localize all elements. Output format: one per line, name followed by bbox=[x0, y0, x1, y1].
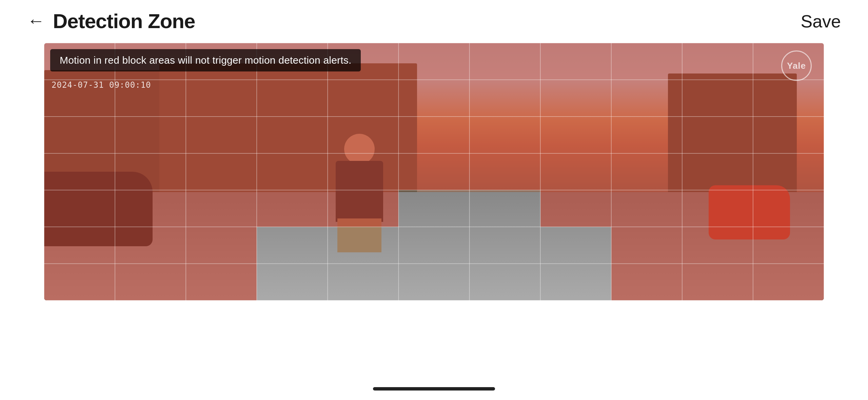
grid-cell-6-2[interactable] bbox=[470, 117, 540, 153]
grid-cell-4-3[interactable] bbox=[328, 153, 398, 190]
grid-cell-0-4[interactable] bbox=[44, 190, 115, 227]
grid-cell-7-0[interactable] bbox=[540, 43, 611, 80]
camera-view[interactable]: Motion in red block areas will not trigg… bbox=[44, 43, 824, 300]
grid-cell-6-4[interactable] bbox=[470, 190, 540, 227]
grid-cell-3-6[interactable] bbox=[257, 264, 328, 300]
save-button[interactable]: Save bbox=[801, 11, 841, 31]
grid-cell-6-1[interactable] bbox=[470, 80, 540, 117]
back-button[interactable]: ← bbox=[27, 12, 45, 29]
detection-grid-overlay[interactable] bbox=[44, 43, 824, 300]
grid-cell-7-3[interactable] bbox=[540, 153, 611, 190]
grid-cell-2-6[interactable] bbox=[186, 264, 257, 300]
grid-cell-7-4[interactable] bbox=[540, 190, 611, 227]
grid-cell-5-0[interactable] bbox=[398, 43, 469, 80]
grid-cell-9-2[interactable] bbox=[682, 117, 753, 153]
grid-cell-5-4[interactable] bbox=[398, 190, 469, 227]
grid-cell-9-0[interactable] bbox=[682, 43, 753, 80]
grid-cell-8-3[interactable] bbox=[611, 153, 682, 190]
grid-cell-1-3[interactable] bbox=[115, 153, 186, 190]
grid-cell-0-5[interactable] bbox=[44, 227, 115, 264]
grid-cell-7-6[interactable] bbox=[540, 264, 611, 300]
grid-cell-3-5[interactable] bbox=[257, 227, 328, 264]
grid-cell-9-4[interactable] bbox=[682, 190, 753, 227]
home-indicator bbox=[373, 387, 495, 391]
grid-cell-4-2[interactable] bbox=[328, 117, 398, 153]
grid-cell-6-0[interactable] bbox=[470, 43, 540, 80]
grid-cell-2-2[interactable] bbox=[186, 117, 257, 153]
grid-cell-2-4[interactable] bbox=[186, 190, 257, 227]
grid-cell-5-2[interactable] bbox=[398, 117, 469, 153]
grid-cell-9-5[interactable] bbox=[682, 227, 753, 264]
grid-cell-4-6[interactable] bbox=[328, 264, 398, 300]
grid-cell-7-1[interactable] bbox=[540, 80, 611, 117]
timestamp: 2024-07-31 09:00:10 bbox=[52, 80, 151, 90]
grid-cell-4-5[interactable] bbox=[328, 227, 398, 264]
grid-cell-6-5[interactable] bbox=[470, 227, 540, 264]
grid-cell-8-5[interactable] bbox=[611, 227, 682, 264]
grid-cell-5-5[interactable] bbox=[398, 227, 469, 264]
grid-cell-10-5[interactable] bbox=[753, 227, 824, 264]
grid-cell-1-5[interactable] bbox=[115, 227, 186, 264]
grid-cell-4-4[interactable] bbox=[328, 190, 398, 227]
grid-cell-2-1[interactable] bbox=[186, 80, 257, 117]
grid-cell-0-3[interactable] bbox=[44, 153, 115, 190]
grid-cell-3-4[interactable] bbox=[257, 190, 328, 227]
grid-cell-8-2[interactable] bbox=[611, 117, 682, 153]
grid-cell-10-3[interactable] bbox=[753, 153, 824, 190]
grid-cell-8-4[interactable] bbox=[611, 190, 682, 227]
grid-cell-1-2[interactable] bbox=[115, 117, 186, 153]
grid-cell-0-2[interactable] bbox=[44, 117, 115, 153]
grid-cell-10-6[interactable] bbox=[753, 264, 824, 300]
grid-cell-9-3[interactable] bbox=[682, 153, 753, 190]
page-title: Detection Zone bbox=[53, 9, 195, 33]
grid-cell-5-1[interactable] bbox=[398, 80, 469, 117]
grid-cell-4-1[interactable] bbox=[328, 80, 398, 117]
grid-cell-5-3[interactable] bbox=[398, 153, 469, 190]
grid-cell-1-6[interactable] bbox=[115, 264, 186, 300]
info-banner: Motion in red block areas will not trigg… bbox=[50, 49, 361, 71]
grid-cell-10-2[interactable] bbox=[753, 117, 824, 153]
grid-cell-9-1[interactable] bbox=[682, 80, 753, 117]
grid-cell-0-6[interactable] bbox=[44, 264, 115, 300]
grid-cell-3-3[interactable] bbox=[257, 153, 328, 190]
grid-cell-1-4[interactable] bbox=[115, 190, 186, 227]
grid-cell-3-2[interactable] bbox=[257, 117, 328, 153]
grid-cell-3-1[interactable] bbox=[257, 80, 328, 117]
grid-cell-10-1[interactable] bbox=[753, 80, 824, 117]
grid-cell-5-6[interactable] bbox=[398, 264, 469, 300]
yale-logo: Yale bbox=[781, 50, 812, 81]
grid-cell-9-6[interactable] bbox=[682, 264, 753, 300]
grid-cell-8-1[interactable] bbox=[611, 80, 682, 117]
grid-cell-10-4[interactable] bbox=[753, 190, 824, 227]
grid-cell-6-6[interactable] bbox=[470, 264, 540, 300]
grid-cell-7-5[interactable] bbox=[540, 227, 611, 264]
grid-cell-8-0[interactable] bbox=[611, 43, 682, 80]
grid-cell-2-3[interactable] bbox=[186, 153, 257, 190]
grid-cell-6-3[interactable] bbox=[470, 153, 540, 190]
grid-cell-8-6[interactable] bbox=[611, 264, 682, 300]
grid-cell-7-2[interactable] bbox=[540, 117, 611, 153]
grid-cell-2-5[interactable] bbox=[186, 227, 257, 264]
header: ← Detection Zone Save bbox=[0, 0, 868, 40]
header-left: ← Detection Zone bbox=[27, 9, 195, 33]
